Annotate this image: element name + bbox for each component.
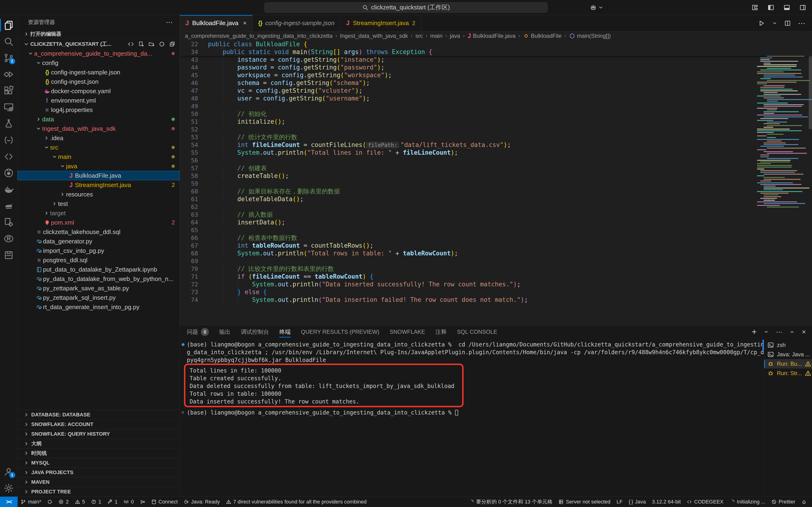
tree-item-docker-compose.yaml[interactable]: docker-compose.yaml xyxy=(18,87,180,96)
panel-tab-问题[interactable]: 问题8 xyxy=(187,325,209,338)
tree-item-clickzetta_lakehouse_ddl.sql[interactable]: ≡clickzetta_lakehouse_ddl.sql xyxy=(18,227,180,237)
terminal[interactable]: (base) liangmo@bogon a_comprehensive_gui… xyxy=(180,338,764,496)
status-7-direct-vulnerabilities-fou[interactable]: 7 direct vulnerabilities found for all t… xyxy=(223,497,369,507)
split-editor-icon[interactable] xyxy=(784,20,791,26)
code-action-icon[interactable] xyxy=(128,41,134,47)
tree-item-log4j.properties[interactable]: ≡log4j.properties xyxy=(18,105,180,115)
section-mysql[interactable]: MYSQL xyxy=(18,458,180,467)
tree-item-posgtres_ddl.sql[interactable]: ≡posgtres_ddl.sql xyxy=(18,256,180,265)
tree-item-main[interactable]: main xyxy=(18,152,180,162)
status-lf[interactable]: LF xyxy=(613,497,626,507)
status-codegeex[interactable]: CODEGEEX xyxy=(684,497,726,507)
tree-item-target[interactable]: target xyxy=(18,209,180,218)
terminal-session-run-bu-[interactable]: Run: Bu... xyxy=(764,359,812,369)
explorer-more-icon[interactable]: ⋯ xyxy=(166,18,173,26)
panel-tab-输出[interactable]: 输出 xyxy=(219,325,231,338)
remote-indicator[interactable]: >< xyxy=(0,497,18,507)
tab-config-ingest-sample.json[interactable]: {}config-ingest-sample.json xyxy=(253,15,341,31)
panel-tab-注释[interactable]: 注释 xyxy=(436,325,447,338)
tree-item-pom.xml[interactable]: pom.xml2 xyxy=(18,218,180,227)
activity-github[interactable] xyxy=(0,165,18,181)
tree-item-ingest_data_with_java_sdk[interactable]: Ingest_data_with_java_sdk xyxy=(18,124,180,133)
activity-settings[interactable] xyxy=(0,480,18,496)
activity-search[interactable] xyxy=(0,33,18,50)
command-center-search[interactable]: clickzetta_quickstart (工作区) xyxy=(264,2,548,13)
activity-run-debug[interactable] xyxy=(0,66,18,82)
activity-docker[interactable] xyxy=(0,181,18,198)
tab-close-icon[interactable]: × xyxy=(243,19,247,27)
tree-item-src[interactable]: src xyxy=(18,143,180,152)
section-snowflake-account[interactable]: SNOWFLAKE: ACCOUNT xyxy=(18,419,180,429)
activity-file-gear[interactable] xyxy=(0,214,18,230)
tree-item-py_zettapark_sql_insert.py[interactable]: py_zettapark_sql_insert.py xyxy=(18,293,180,302)
status-1[interactable]: 1 xyxy=(88,497,104,507)
tree-item-py_data_to_datalake_from_web_by_python_n...[interactable]: py_data_to_datalake_from_web_by_python_n… xyxy=(18,274,180,284)
activity-floppy[interactable] xyxy=(0,247,18,263)
breadcrumb-item[interactable]: JBulkloadFile.java xyxy=(467,33,515,40)
tree-item-environment.yml[interactable]: !environment.yml xyxy=(18,96,180,105)
status-java[interactable]: { }Java xyxy=(626,497,649,507)
tree-item-a_comprehensive_guide_to_ingesting_da...[interactable]: a_comprehensive_guide_to_ingesting_da... xyxy=(18,49,180,58)
tree-item-bulkloadfile.java[interactable]: JBulkloadFile.java xyxy=(18,171,180,180)
breadcrumb-item[interactable]: main xyxy=(430,33,443,39)
breadcrumb[interactable]: a_comprehensive_guide_to_ingesting_data_… xyxy=(180,32,812,40)
activity-live-share[interactable] xyxy=(0,132,18,148)
breadcrumb-item[interactable]: main(String[]) xyxy=(569,33,611,39)
refresh-icon[interactable] xyxy=(159,41,165,47)
tree-item-config[interactable]: config xyxy=(18,58,180,68)
tree-item-resources[interactable]: resources xyxy=(18,190,180,199)
tree-item-.idea[interactable]: .idea xyxy=(18,133,180,143)
section--[interactable]: 时间线 xyxy=(18,448,180,458)
panel-tab-snowflake[interactable]: SNOWFLAKE xyxy=(390,325,425,338)
status-bell[interactable] xyxy=(798,497,810,507)
panel-more-icon[interactable]: ⋯ xyxy=(776,328,782,336)
minimap[interactable] xyxy=(757,42,808,234)
activity-r-language[interactable]: R xyxy=(0,230,18,247)
tree-item-py_zettapark_save_as_table.py[interactable]: py_zettapark_save_as_table.py xyxy=(18,284,180,293)
code-editor[interactable]: 22public class BulkloadFile {34 public s… xyxy=(180,40,812,325)
activity-testing[interactable] xyxy=(0,115,18,132)
section-snowflake-query-history[interactable]: SNOWFLAKE: QUERY HISTORY xyxy=(18,429,180,439)
tab-bulkloadfile.java[interactable]: JBulkloadFile.java× xyxy=(180,15,253,31)
collapse-all-icon[interactable] xyxy=(169,41,175,47)
activity-explorer[interactable] xyxy=(0,17,18,33)
breadcrumb-item[interactable]: src xyxy=(415,33,423,39)
section-java-projects[interactable]: JAVA PROJECTS xyxy=(18,467,180,477)
editor-scrollbar[interactable] xyxy=(809,45,812,129)
new-terminal-icon[interactable]: + xyxy=(752,327,757,337)
panel-tab-终端[interactable]: 终端 xyxy=(280,325,291,338)
breadcrumb-item[interactable]: Ingest_data_with_java_sdk xyxy=(340,33,408,39)
terminal-session-zsh[interactable]: zsh xyxy=(764,340,812,350)
tree-item-rt_data_generate_insert_into_pg.py[interactable]: rt_data_generate_insert_into_pg.py xyxy=(18,302,180,312)
run-dropdown-icon[interactable] xyxy=(772,21,777,26)
status-0[interactable]: 0 xyxy=(120,497,137,507)
status-debug-start[interactable] xyxy=(137,497,148,507)
project-section-header[interactable]: CLICKZETTA_QUICKSTART (工... xyxy=(18,39,180,49)
tree-item-test[interactable]: test xyxy=(18,199,180,209)
terminal-session-java-java-[interactable]: Java: Java ... xyxy=(764,350,812,359)
activity-remote-explorer[interactable] xyxy=(0,99,18,115)
tree-item-import_csv_into_pg.py[interactable]: import_csv_into_pg.py xyxy=(18,246,180,256)
status-connect[interactable]: Connect xyxy=(148,497,181,507)
tab-streaminginsert.java[interactable]: JStreamingInsert.java2 xyxy=(341,15,421,31)
run-button[interactable] xyxy=(758,20,765,27)
status-prettier[interactable]: Prettier xyxy=(768,497,798,507)
status-要分析的-0-个文件和-13-个单元格[interactable]: 要分析的 0 个文件和 13 个单元格 xyxy=(466,497,555,507)
panel-close-icon[interactable]: × xyxy=(802,328,806,336)
breadcrumb-item[interactable]: a_comprehensive_guide_to_ingesting_data_… xyxy=(185,33,333,39)
status-3-12-2-64-bit[interactable]: 3.12.2 64-bit xyxy=(649,497,684,507)
activity-magic-lamp[interactable] xyxy=(0,198,18,214)
tree-item-data[interactable]: data xyxy=(18,115,180,124)
tree-item-config-ingest.json[interactable]: {}config-ingest.json xyxy=(18,77,180,87)
breadcrumb-item[interactable]: java xyxy=(450,33,460,39)
panel-tab-sql-console[interactable]: SQL CONSOLE xyxy=(457,325,497,338)
status-2[interactable]: 2 xyxy=(55,497,72,507)
activity-extensions[interactable] xyxy=(0,82,18,99)
activity-account[interactable]: 1 xyxy=(0,463,18,480)
tree-item-put_data_to_datalake_by_zettapark.ipynb[interactable]: put_data_to_datalake_by_Zettapark.ipynb xyxy=(18,265,180,274)
layout-panel-icon[interactable] xyxy=(783,4,791,11)
layout-sidebar-left-icon[interactable] xyxy=(767,4,774,11)
tree-item-streaminginsert.java[interactable]: JStreamingInsert.java2 xyxy=(18,180,180,190)
panel-tab-调试控制台[interactable]: 调试控制台 xyxy=(241,325,269,338)
section-database-database[interactable]: DATABASE: DATABASE xyxy=(18,410,180,419)
